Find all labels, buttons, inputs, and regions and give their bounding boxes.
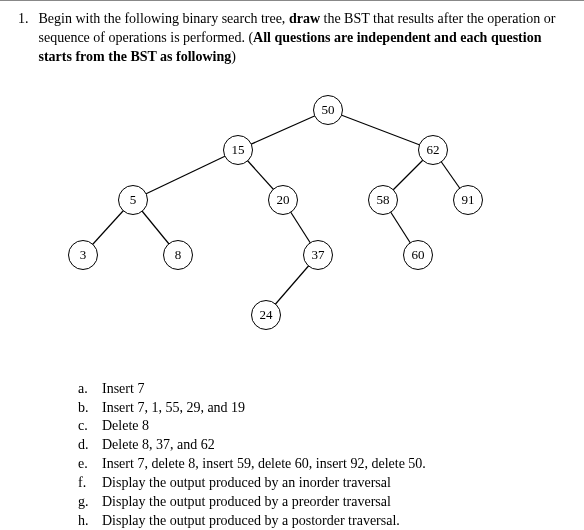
qbold1: draw — [289, 11, 320, 26]
question-text: Begin with the following binary search t… — [39, 10, 567, 67]
sub-f-letter: f. — [78, 474, 94, 493]
question-prompt: 1. Begin with the following binary searc… — [18, 10, 566, 67]
sub-b-text: Insert 7, 1, 55, 29, and 19 — [102, 399, 245, 418]
sub-e-text: Insert 7, delete 8, insert 59, delete 60… — [102, 455, 426, 474]
sub-h: h.Display the output produced by a posto… — [78, 512, 566, 530]
node-91: 91 — [453, 185, 483, 215]
node-50: 50 — [313, 95, 343, 125]
node-37: 37 — [303, 240, 333, 270]
node-60: 60 — [403, 240, 433, 270]
bst-diagram: 50 15 62 5 20 58 91 3 8 37 60 24 — [18, 85, 566, 360]
node-20: 20 — [268, 185, 298, 215]
node-15: 15 — [223, 135, 253, 165]
sub-g-letter: g. — [78, 493, 94, 512]
sub-c-letter: c. — [78, 417, 94, 436]
node-62: 62 — [418, 135, 448, 165]
sub-h-letter: h. — [78, 512, 94, 530]
node-58: 58 — [368, 185, 398, 215]
node-3: 3 — [68, 240, 98, 270]
node-5: 5 — [118, 185, 148, 215]
sub-d: d.Delete 8, 37, and 62 — [78, 436, 566, 455]
qtext1: Begin with the following binary search t… — [39, 11, 289, 26]
tree-edges — [18, 85, 566, 360]
sub-b-letter: b. — [78, 399, 94, 418]
sub-b: b.Insert 7, 1, 55, 29, and 19 — [78, 399, 566, 418]
sub-g-text: Display the output produced by a preorde… — [102, 493, 391, 512]
sub-h-text: Display the output produced by a postord… — [102, 512, 400, 530]
sub-d-text: Delete 8, 37, and 62 — [102, 436, 215, 455]
sub-a-letter: a. — [78, 380, 94, 399]
sub-a: a.Insert 7 — [78, 380, 566, 399]
qtext3: ) — [231, 49, 236, 64]
node-24: 24 — [251, 300, 281, 330]
top-border — [0, 0, 584, 1]
sub-e-letter: e. — [78, 455, 94, 474]
sub-f-text: Display the output produced by an inorde… — [102, 474, 391, 493]
sub-questions: a.Insert 7 b.Insert 7, 1, 55, 29, and 19… — [78, 380, 566, 530]
sub-e: e.Insert 7, delete 8, insert 59, delete … — [78, 455, 566, 474]
sub-c-text: Delete 8 — [102, 417, 149, 436]
question-number: 1. — [18, 10, 29, 67]
sub-g: g.Display the output produced by a preor… — [78, 493, 566, 512]
sub-c: c.Delete 8 — [78, 417, 566, 436]
svg-line-1 — [328, 110, 433, 150]
node-8: 8 — [163, 240, 193, 270]
svg-line-2 — [133, 150, 238, 200]
sub-a-text: Insert 7 — [102, 380, 144, 399]
sub-d-letter: d. — [78, 436, 94, 455]
sub-f: f.Display the output produced by an inor… — [78, 474, 566, 493]
